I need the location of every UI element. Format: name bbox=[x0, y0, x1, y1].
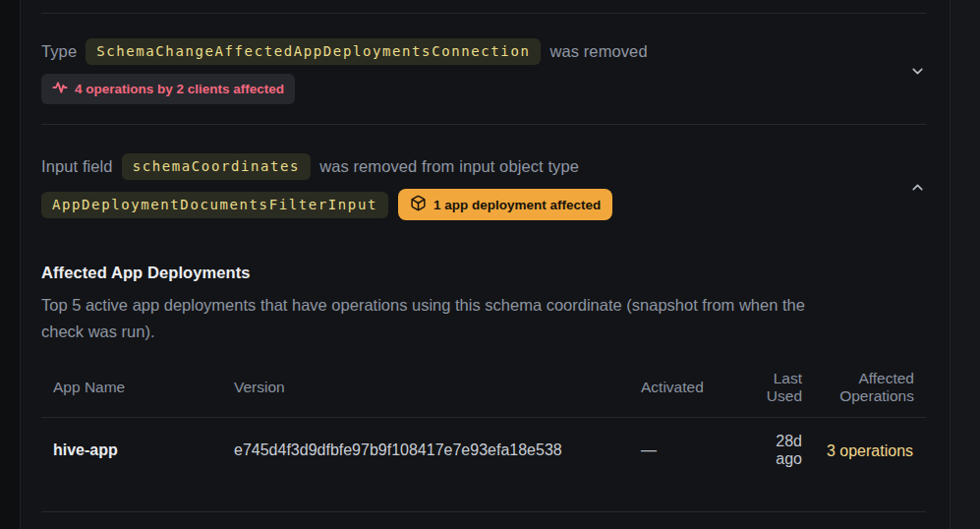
divider bbox=[41, 511, 926, 512]
affected-app-deployments-section: Affected App Deployments Top 5 active ap… bbox=[41, 264, 928, 483]
change-prefix-label: Type bbox=[41, 42, 77, 61]
table-header-row: App Name Version Activated Last Used Aff… bbox=[41, 358, 926, 418]
column-header-activated: Activated bbox=[629, 358, 743, 418]
pulse-icon bbox=[52, 80, 68, 98]
change-suffix-label: was removed bbox=[549, 42, 647, 61]
table-row: hive-app e745d4f3d9dfbfe97b9f108417e7e93… bbox=[41, 418, 926, 484]
schema-check-detail-panel: Type SchemaChangeAffectedAppDeploymentsC… bbox=[22, 0, 950, 529]
operations-affected-badge[interactable]: 4 operations by 2 clients affected bbox=[41, 74, 295, 104]
box-icon bbox=[410, 195, 427, 214]
last-used-cell: 28d ago bbox=[743, 418, 814, 484]
operations-count-link[interactable]: 3 operations bbox=[827, 442, 913, 459]
app-deployment-affected-badge[interactable]: 1 app deployment affected bbox=[398, 189, 612, 220]
change-row-type-removed[interactable]: Type SchemaChangeAffectedAppDeploymentsC… bbox=[41, 14, 926, 124]
version-cell: e745d4f3d9dfbfe97b9f108417e7e93efa18e538 bbox=[222, 418, 629, 484]
activated-cell: — bbox=[629, 418, 743, 484]
input-type-code-badge: AppDeploymentDocumentsFilterInput bbox=[41, 192, 388, 218]
change-prefix-label: Input field bbox=[41, 157, 113, 176]
affected-deployments-table: App Name Version Activated Last Used Aff… bbox=[41, 358, 926, 483]
column-header-affected-operations: Affected Operations bbox=[814, 358, 926, 418]
app-deployment-affected-label: 1 app deployment affected bbox=[433, 198, 601, 212]
change-row-content: Type SchemaChangeAffectedAppDeploymentsC… bbox=[41, 38, 648, 104]
column-header-version: Version bbox=[222, 358, 629, 418]
chevron-down-icon[interactable] bbox=[909, 63, 926, 80]
right-panel-edge bbox=[950, 0, 980, 529]
left-panel-edge bbox=[0, 0, 21, 529]
section-heading: Affected App Deployments bbox=[41, 264, 928, 282]
column-header-last-used: Last Used bbox=[743, 358, 814, 418]
operations-affected-label: 4 operations by 2 clients affected bbox=[75, 82, 284, 96]
affected-operations-cell: 3 operations bbox=[814, 418, 926, 484]
app-name-cell: hive-app bbox=[41, 418, 222, 484]
change-row-input-field-removed[interactable]: Input field schemaCoordinates was remove… bbox=[41, 125, 926, 245]
change-row-content: Input field schemaCoordinates was remove… bbox=[41, 153, 612, 220]
schema-field-code-badge: schemaCoordinates bbox=[122, 153, 312, 180]
section-description: Top 5 active app deployments that have o… bbox=[41, 292, 810, 345]
chevron-up-icon[interactable] bbox=[909, 179, 926, 196]
schema-type-code-badge: SchemaChangeAffectedAppDeploymentsConnec… bbox=[86, 38, 541, 65]
column-header-app-name: App Name bbox=[41, 358, 222, 418]
change-suffix-label: was removed from input object type bbox=[319, 157, 579, 176]
